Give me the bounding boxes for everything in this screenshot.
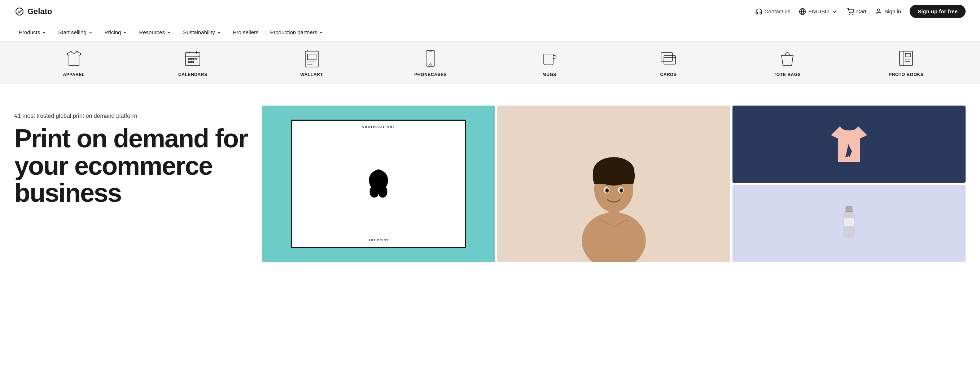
category-apparel[interactable]: APPAREL [56, 48, 92, 77]
nav-item-products[interactable]: Products [14, 23, 51, 41]
svg-rect-12 [192, 61, 194, 63]
category-calendars[interactable]: CALENDARS [175, 48, 211, 77]
svg-rect-27 [905, 53, 910, 57]
signup-button[interactable]: Sign up for free [910, 5, 966, 18]
person-icon [875, 8, 882, 15]
apparel-icon [64, 48, 84, 68]
svg-rect-9 [192, 59, 194, 60]
svg-rect-23 [664, 55, 676, 64]
hero-section: #1 most trusted global print on demand p… [0, 84, 980, 264]
chevron-down-icon [216, 30, 221, 35]
photo-books-icon [896, 48, 916, 68]
hero-title-line1: Print on demand for [14, 124, 248, 153]
mugs-icon [539, 48, 560, 68]
gelato-logo-icon [14, 6, 24, 17]
svg-rect-8 [188, 59, 191, 60]
cart-link[interactable]: Cart [847, 8, 866, 15]
contact-us-link[interactable]: Contact us [755, 8, 791, 15]
nav-item-pricing[interactable]: Pricing [100, 23, 132, 41]
category-phonecases[interactable]: PHONECASES [412, 48, 449, 77]
nav-item-resources[interactable]: Resources [135, 23, 176, 41]
art-print-title: ABSTRACT ART [361, 125, 396, 128]
hero-image-art-print: ABSTRACT ART ART PRINT [262, 106, 495, 262]
man-portrait-illustration [497, 106, 730, 262]
svg-rect-42 [844, 218, 854, 226]
cards-icon [658, 48, 678, 68]
shirt-illustration [820, 115, 878, 173]
svg-point-1 [850, 14, 850, 14]
hero-image-shirt [732, 106, 966, 183]
bottle-illustration [835, 203, 864, 244]
logo[interactable]: Gelato [14, 6, 52, 17]
category-wallart[interactable]: WALLART [294, 48, 330, 77]
svg-point-3 [878, 9, 880, 11]
nav-item-production-partners[interactable]: Production partners [266, 23, 328, 41]
main-navigation: Products Start selling Pricing Resources… [0, 23, 980, 42]
svg-rect-40 [845, 211, 853, 212]
calendars-label: CALENDARS [178, 72, 207, 77]
tote-bags-icon [777, 48, 797, 68]
svg-point-37 [605, 189, 609, 193]
photo-books-label: PHOTO BOOKS [889, 72, 923, 77]
chevron-down-icon [41, 30, 46, 35]
hero-image-bottle [732, 185, 966, 262]
art-print-footer: ART PRINT [368, 239, 388, 242]
globe-icon [799, 8, 806, 15]
svg-point-2 [853, 14, 853, 14]
headphone-icon [755, 8, 762, 15]
cart-icon [847, 8, 854, 15]
locale-selector[interactable]: EN/USD [799, 8, 838, 15]
svg-rect-11 [188, 61, 191, 63]
phonecases-label: PHONECASES [414, 72, 447, 77]
chevron-down-icon [831, 8, 838, 15]
category-mugs[interactable]: MUGS [531, 48, 568, 77]
product-categories: APPAREL CALENDARS WALLART PHONECASES MUG… [0, 42, 980, 84]
svg-rect-4 [186, 52, 200, 66]
hero-title: Print on demand for your ecommerce busin… [14, 125, 248, 207]
cart-label: Cart [856, 8, 866, 14]
wallart-label: WALLART [300, 72, 323, 77]
hero-title-line2: your ecommerce [14, 151, 212, 180]
cards-label: CARDS [660, 72, 676, 77]
hero-images: ABSTRACT ART ART PRINT [262, 106, 966, 264]
calendars-icon [183, 48, 203, 68]
mugs-label: MUGS [542, 72, 557, 77]
chevron-down-icon [123, 30, 127, 35]
hero-title-line3: business [14, 178, 121, 207]
hero-subtitle: #1 most trusted global print on demand p… [14, 113, 248, 119]
svg-point-21 [430, 64, 431, 65]
svg-rect-16 [307, 54, 316, 60]
signin-link[interactable]: Sign in [875, 8, 901, 15]
art-print-artwork [364, 128, 393, 239]
chevron-down-icon [88, 30, 93, 35]
category-tote-bags[interactable]: TOTE BAGS [769, 48, 805, 77]
chevron-down-icon [318, 30, 324, 35]
tote-bags-label: TOTE BAGS [773, 72, 801, 77]
nav-item-start-selling[interactable]: Start selling [54, 23, 97, 41]
nav-item-sustainability[interactable]: Sustainability [178, 23, 226, 41]
wallart-icon [302, 48, 322, 68]
signin-label: Sign in [885, 8, 901, 14]
hero-text: #1 most trusted global print on demand p… [14, 106, 248, 264]
svg-point-38 [619, 189, 623, 193]
contact-label: Contact us [765, 8, 791, 14]
chevron-down-icon [166, 30, 172, 35]
locale-label: EN/USD [808, 8, 829, 14]
apparel-label: APPAREL [63, 72, 85, 77]
category-photo-books[interactable]: PHOTO BOOKS [888, 48, 924, 77]
top-right-actions: Contact us EN/USD Cart Sign in Sign up f… [755, 5, 966, 18]
nav-item-pro-sellers[interactable]: Pro sellers [229, 23, 263, 41]
phonecases-icon [420, 48, 441, 68]
hero-image-man-portrait [497, 106, 730, 262]
category-cards[interactable]: CARDS [650, 48, 686, 77]
svg-rect-10 [195, 59, 197, 60]
top-navigation: Gelato Contact us EN/USD Cart Sign in Si… [0, 0, 980, 23]
logo-text: Gelato [27, 7, 52, 16]
svg-rect-39 [845, 206, 852, 211]
svg-rect-22 [661, 52, 673, 61]
